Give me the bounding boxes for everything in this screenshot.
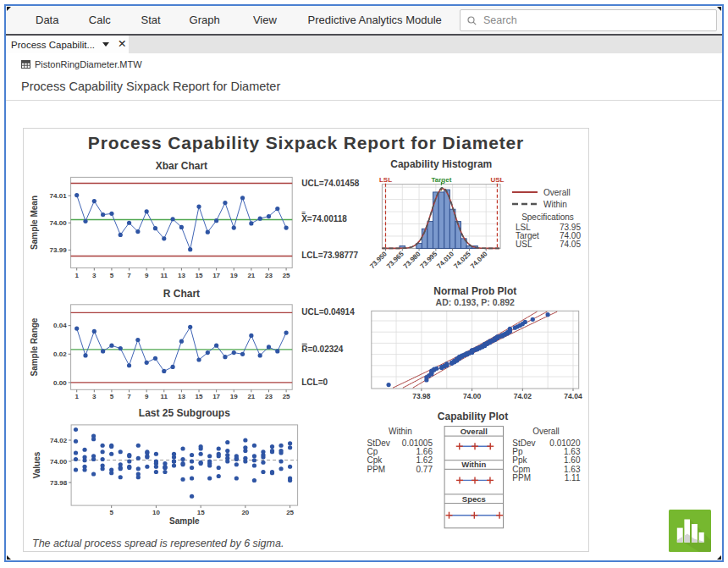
svg-text:73.965: 73.965: [385, 250, 405, 270]
app-window: Data Calc Stat Graph View Predictive Ana…: [4, 4, 724, 562]
svg-text:73.95: 73.95: [560, 223, 581, 232]
svg-text:74.040: 74.040: [469, 250, 489, 270]
chevron-down-icon[interactable]: [102, 42, 109, 47]
svg-text:0.02: 0.02: [53, 350, 67, 358]
svg-text:7: 7: [127, 272, 131, 279]
svg-text:Normal Prob Plot: Normal Prob Plot: [433, 285, 516, 297]
svg-text:23: 23: [265, 393, 273, 400]
resize-handle-top-left[interactable]: [7, 7, 11, 11]
svg-text:Overall: Overall: [543, 188, 571, 197]
svg-text:11: 11: [161, 272, 168, 279]
svg-text:1.63: 1.63: [564, 465, 581, 474]
svg-text:74.00: 74.00: [463, 392, 482, 400]
menu-item-view[interactable]: View: [253, 6, 277, 34]
svg-text:StDev: StDev: [367, 438, 390, 448]
svg-text:Overall: Overall: [532, 427, 560, 436]
tab-process-capability[interactable]: Process Capabilit... ✕: [6, 36, 129, 53]
svg-text:74.00: 74.00: [50, 219, 68, 227]
normal_prob_plot: Normal Prob PlotAD: 0.193, P: 0.89273.98…: [372, 285, 582, 400]
svg-text:21: 21: [247, 272, 255, 279]
svg-text:1.11: 1.11: [565, 473, 581, 483]
svg-text:74.02: 74.02: [50, 437, 68, 444]
svg-text:1.63: 1.63: [564, 447, 581, 456]
svg-text:Values: Values: [32, 451, 41, 478]
search-box[interactable]: [460, 9, 717, 31]
worksheet-row[interactable]: PistonRingDiameter.MTW: [21, 59, 142, 69]
svg-text:Cpk: Cpk: [367, 455, 383, 465]
svg-text:21: 21: [247, 393, 255, 400]
svg-text:Pp: Pp: [512, 447, 523, 456]
menu-item-graph[interactable]: Graph: [190, 6, 220, 34]
svg-text:USL: USL: [490, 176, 504, 184]
worksheet-name: PistonRingDiameter.MTW: [35, 59, 142, 69]
charts-canvas: Xbar Chart74.0174.0073.99135791113151719…: [24, 129, 590, 556]
svg-text:74.00: 74.00: [50, 458, 68, 466]
svg-text:Sample Mean: Sample Mean: [30, 196, 39, 250]
svg-text:5: 5: [109, 509, 113, 516]
svg-text:USL: USL: [516, 240, 532, 249]
svg-text:74.01: 74.01: [50, 192, 68, 200]
capability_histogram: Capability HistogramLSLTargetUSL73.95073…: [368, 158, 581, 270]
svg-text:Xbar Chart: Xbar Chart: [156, 160, 207, 172]
svg-text:74.00: 74.00: [560, 231, 581, 240]
close-icon[interactable]: ✕: [118, 39, 126, 50]
svg-text:73.980: 73.980: [402, 250, 422, 270]
svg-text:13: 13: [178, 272, 185, 279]
output-title: Process Capability Sixpack Report for Di…: [21, 80, 280, 93]
svg-text:3: 3: [92, 272, 97, 279]
search-input[interactable]: [483, 14, 709, 26]
svg-text:73.950: 73.950: [368, 250, 389, 270]
svg-text:Cpm: Cpm: [512, 465, 530, 474]
svg-text:73.98: 73.98: [50, 479, 68, 487]
svg-text:10: 10: [152, 509, 160, 516]
menu-item-data[interactable]: Data: [36, 6, 58, 34]
svg-text:0.01020: 0.01020: [549, 438, 581, 448]
svg-text:AD: 0.193, P: 0.892: AD: 0.193, P: 0.892: [436, 297, 516, 307]
svg-text:LSL: LSL: [379, 176, 392, 184]
last_25_subgroups: Last 25 Subgroups74.0274.0073.9851015202…: [32, 407, 298, 525]
svg-text:0.01005: 0.01005: [402, 438, 433, 448]
svg-text:LSL: LSL: [516, 223, 531, 232]
minitab-logo-icon[interactable]: [669, 510, 711, 552]
svg-text:Specs: Specs: [462, 494, 486, 504]
menu-item-predictive-analytics-module[interactable]: Predictive Analytics Module: [308, 6, 442, 34]
figure-footnote: The actual process spread is represented…: [32, 538, 284, 549]
svg-text:13: 13: [178, 393, 185, 400]
sixpack-report-figure[interactable]: Process Capability Sixpack Report for Di…: [23, 128, 589, 552]
svg-text:11: 11: [161, 393, 168, 400]
svg-text:25: 25: [286, 509, 294, 516]
menu-item-stat[interactable]: Stat: [141, 6, 160, 34]
svg-text:PPM: PPM: [367, 465, 386, 474]
svg-text:7: 7: [127, 393, 131, 400]
svg-text:0.77: 0.77: [416, 465, 433, 474]
svg-text:Overall: Overall: [461, 427, 488, 436]
worksheet-grid-icon: [21, 60, 30, 69]
resize-handle-bottom-right[interactable]: [717, 555, 721, 560]
svg-text:19: 19: [230, 272, 238, 279]
capability_plot: Capability PlotOverallWithinSpecsWithinS…: [367, 411, 581, 528]
svg-text:Capability Plot: Capability Plot: [438, 411, 508, 422]
svg-text:Specifications: Specifications: [521, 212, 574, 222]
resize-handle-bottom-left[interactable]: [7, 555, 11, 560]
svg-text:UCL=74.01458: UCL=74.01458: [301, 179, 360, 188]
svg-text:Sample: Sample: [169, 516, 200, 526]
svg-text:9: 9: [145, 272, 149, 279]
svg-text:25: 25: [283, 393, 290, 400]
svg-text:74.025: 74.025: [452, 250, 472, 270]
svg-text:25: 25: [283, 272, 290, 279]
svg-text:R=0.02324: R=0.02324: [301, 345, 344, 354]
menu-item-calc[interactable]: Calc: [89, 6, 111, 34]
search-icon: [467, 16, 477, 25]
svg-text:Target: Target: [432, 176, 452, 184]
svg-text:LCL=73.98777: LCL=73.98777: [301, 251, 358, 260]
resize-handle-top-right[interactable]: [717, 7, 721, 11]
tab-label: Process Capabilit...: [11, 40, 95, 50]
svg-text:0.04: 0.04: [53, 322, 67, 329]
xbar_chart: Xbar Chart74.0174.0073.99135791113151719…: [30, 160, 360, 279]
svg-text:Within: Within: [461, 460, 486, 469]
svg-text:74.02: 74.02: [514, 392, 532, 400]
svg-text:StDev: StDev: [512, 438, 535, 448]
svg-text:3: 3: [92, 393, 97, 400]
svg-text:20: 20: [241, 509, 249, 516]
svg-text:1: 1: [74, 272, 79, 279]
